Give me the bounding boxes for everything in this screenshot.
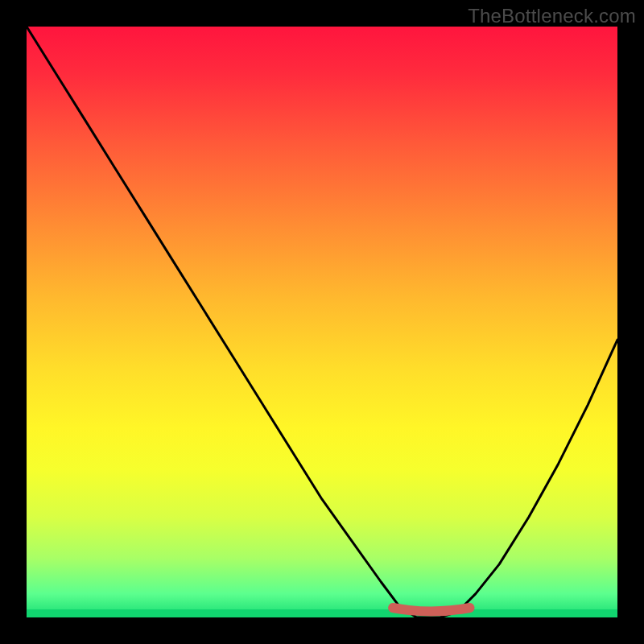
watermark-text: TheBottleneck.com <box>468 5 636 27</box>
chart-frame: TheBottleneck.com <box>0 0 644 644</box>
bottleneck-curve-svg <box>27 27 617 617</box>
plot-area <box>27 27 617 617</box>
bottleneck-curve <box>27 27 617 617</box>
optimal-zone-stroke <box>393 608 469 612</box>
